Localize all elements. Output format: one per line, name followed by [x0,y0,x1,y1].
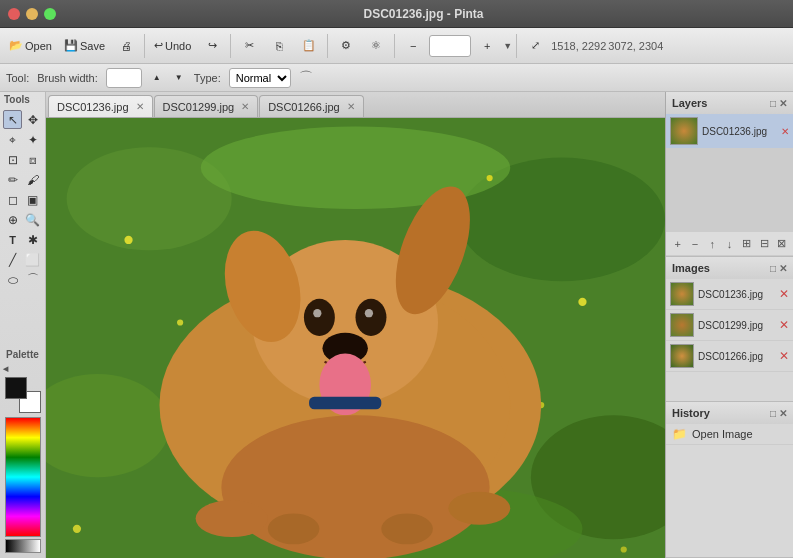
svg-point-7 [124,236,132,244]
print-button[interactable]: 🖨 [112,32,140,60]
zoom-out-button[interactable]: − [399,32,427,60]
palette-label: Palette ◂ [3,348,39,375]
layer-up-button[interactable]: ↑ [705,235,720,253]
open-button[interactable]: 📂 Open [4,32,57,60]
type-select[interactable]: Normal [229,68,291,88]
layer-merge-button[interactable]: ⊟ [756,235,771,253]
color-gradient[interactable] [5,417,41,537]
svg-point-27 [268,513,320,544]
images-icon1[interactable]: □ [770,263,776,274]
tool-lasso[interactable]: ⌖ [3,130,22,149]
zoom-dropdown-arrow[interactable]: ▼ [503,41,512,51]
tab-dsc01266-close[interactable]: ✕ [347,101,355,112]
tool-zoom[interactable]: 🔍 [23,210,42,229]
open-icon: 📂 [9,39,23,52]
tab-dsc01266[interactable]: DSC01266.jpg ✕ [259,95,364,117]
curve-icon: ⌒ [299,69,313,87]
images-title: Images [672,262,710,274]
image-item-dsc01236[interactable]: DSC01236.jpg ✕ [666,279,793,310]
sep5 [516,34,517,58]
image-delete-3[interactable]: ✕ [779,349,789,363]
undo-label: Undo [165,40,191,52]
brush-up-button[interactable]: ▲ [150,71,164,85]
tool-eraser[interactable]: ◻ [3,190,22,209]
history-item-open-image[interactable]: 📁 Open Image [666,424,793,445]
zoom-in-button[interactable]: + [473,32,501,60]
color-swatches [3,375,42,555]
minimize-button[interactable] [26,8,38,20]
tool-move[interactable]: ✥ [23,110,42,129]
tool-shape[interactable]: ✱ [23,230,42,249]
tool-line[interactable]: ╱ [3,250,22,269]
adjust-button[interactable]: ⚛ [362,32,390,60]
history-icon1[interactable]: □ [770,408,776,419]
tool-recolor[interactable]: ⧈ [23,150,42,169]
cut-button[interactable]: ✂ [235,32,263,60]
tab-dsc01236[interactable]: DSC01236.jpg ✕ [48,95,153,117]
sep3 [327,34,328,58]
canvas-area: DSC01236.jpg ✕ DSC01299.jpg ✕ DSC01266.j… [46,92,665,558]
paste-button[interactable]: 📋 [295,32,323,60]
tool-freeform[interactable]: ⌒ [23,270,42,289]
layer-flatten-button[interactable]: ⊠ [774,235,789,253]
history-icon2[interactable]: ✕ [779,408,787,419]
history-section: History □ ✕ 📁 Open Image [666,402,793,558]
svg-point-23 [365,309,373,317]
layer-delete-button[interactable]: − [687,235,702,253]
image-delete-1[interactable]: ✕ [779,287,789,301]
titlebar: DSC01236.jpg - Pinta [0,0,793,28]
image-delete-2[interactable]: ✕ [779,318,789,332]
layer-down-button[interactable]: ↓ [722,235,737,253]
tool-magic-wand[interactable]: ✦ [23,130,42,149]
canvas-container[interactable] [46,118,665,558]
brush-width-input[interactable]: 2 [106,68,142,88]
fg-bg-colors[interactable] [5,377,41,413]
resize-button[interactable]: ⤢ [521,32,549,60]
history-title: History [672,407,710,419]
tool-paintbrush[interactable]: 🖌 [23,170,42,189]
tool-text[interactable]: T [3,230,22,249]
copy-button[interactable]: ⎘ [265,32,293,60]
layer-visibility-icon[interactable]: ✕ [781,126,789,137]
layer-duplicate-button[interactable]: ⊞ [739,235,754,253]
zoom-input[interactable]: 29% [429,35,471,57]
tool-bucket[interactable]: ▣ [23,190,42,209]
print-icon: 🖨 [121,40,132,52]
images-icon2[interactable]: ✕ [779,263,787,274]
layer-item[interactable]: DSC01236.jpg ✕ [666,114,793,149]
fg-color-swatch[interactable] [5,377,27,399]
layers-icon1[interactable]: □ [770,98,776,109]
maximize-button[interactable] [44,8,56,20]
svg-rect-29 [309,397,381,409]
effects-button[interactable]: ⚙ [332,32,360,60]
svg-point-13 [73,525,81,533]
brush-down-button[interactable]: ▼ [172,71,186,85]
tool-arrow[interactable]: ↖ [3,110,22,129]
tool-ellipse-select[interactable]: ⬭ [3,270,22,289]
tab-dsc01266-label: DSC01266.jpg [268,101,340,113]
tool-label: Tool: [6,72,29,84]
tab-dsc01299-close[interactable]: ✕ [241,101,249,112]
open-label: Open [25,40,52,52]
redo-button[interactable]: ↪ [198,32,226,60]
window-title: DSC01236.jpg - Pinta [62,7,785,21]
undo-button[interactable]: ↩ Undo [149,32,196,60]
tool-crop[interactable]: ⊡ [3,150,22,169]
tool-rect-select[interactable]: ⬜ [23,250,42,269]
sep4 [394,34,395,58]
close-button[interactable] [8,8,20,20]
tool-pencil[interactable]: ✏ [3,170,22,189]
tool-color-picker[interactable]: ⊕ [3,210,22,229]
image-item-dsc01299[interactable]: DSC01299.jpg ✕ [666,310,793,341]
image-item-dsc01266[interactable]: DSC01266.jpg ✕ [666,341,793,372]
save-button[interactable]: 💾 Save [59,32,110,60]
tab-dsc01299-label: DSC01299.jpg [163,101,235,113]
layers-icon2[interactable]: ✕ [779,98,787,109]
image-name-1: DSC01236.jpg [698,289,775,300]
type-label: Type: [194,72,221,84]
grayscale-bar[interactable] [5,539,41,553]
svg-point-31 [448,492,510,525]
tab-dsc01236-close[interactable]: ✕ [136,101,144,112]
tab-dsc01299[interactable]: DSC01299.jpg ✕ [154,95,259,117]
layer-add-button[interactable]: + [670,235,685,253]
